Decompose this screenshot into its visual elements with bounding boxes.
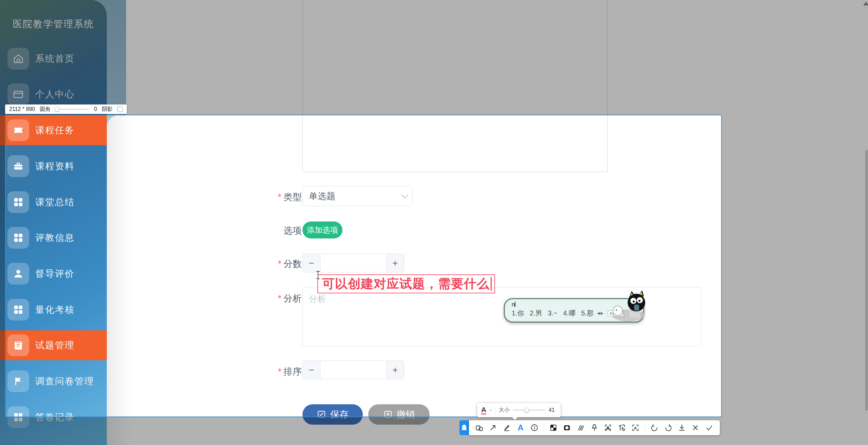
pin-tool[interactable] [590,423,599,432]
annotation-text-box[interactable]: 可以创建对应试题，需要什么 [317,274,495,293]
toolbar-tools: A1AA [469,420,720,435]
dim-overlay-bottom [0,417,868,445]
crop-scissors-tool[interactable] [604,423,612,432]
corner-radius-value: 0 [94,106,97,112]
divider [495,406,495,414]
svg-text:A: A [621,426,624,430]
slider-handle[interactable] [524,408,529,412]
ime-composition: n [512,301,515,308]
svg-text:1: 1 [533,425,535,430]
ocr-translate-tool[interactable]: A [617,423,626,432]
download-tool[interactable] [677,423,686,432]
cancel-tool[interactable] [691,423,700,432]
blur-tool[interactable] [576,423,585,432]
text-tool[interactable]: A [516,423,525,432]
dim-overlay-left [0,115,5,417]
step-number-tool[interactable]: 1 [530,423,539,432]
toolbar-divider [645,423,645,432]
shadow-label: 阴影 [102,106,113,113]
text-color-button[interactable]: A [481,406,486,414]
shapes-tool[interactable] [475,423,484,432]
bell-icon [461,424,467,431]
text-caret [491,277,492,291]
confirm-tool[interactable] [705,423,714,432]
capture-selection-border[interactable] [5,115,722,417]
corner-radius-slider[interactable] [55,109,89,110]
font-size-label: 大小 [499,407,510,414]
ime-caret [515,302,515,307]
slider-handle[interactable] [55,107,59,112]
annotation-toolbar: A1AA [459,420,720,435]
font-size-value: 41 [549,407,555,413]
shadow-checkbox[interactable] [117,107,123,112]
text-style-popover: A ˅ 大小 41 [477,403,561,417]
redo-tool[interactable] [664,423,673,432]
ime-candidates[interactable]: 1.你 2.男 3.~ 4.哪 5.那 [512,309,594,318]
color-chevron-icon: ˅ [490,408,492,412]
pencil-tool[interactable] [502,423,511,432]
font-size-slider[interactable] [513,409,545,411]
ime-page-arrows-icon[interactable]: ◀▶ [597,311,604,315]
spotlight-tool[interactable] [563,423,571,432]
annotation-text: 可以创建对应试题，需要什么 [322,275,490,292]
mosaic-tool[interactable] [549,423,558,432]
ibeam-cursor-icon [315,271,321,281]
capture-size-text: 2112 * 890 [9,106,35,112]
svg-text:A: A [634,426,637,430]
capture-size-bar: 2112 * 890 圆角 0 阴影 [5,104,127,114]
ime-mascot-cat-dog [609,290,647,324]
corner-radius-label: 圆角 [40,106,51,113]
snip-tab[interactable] [459,420,469,435]
arrow-tool[interactable] [489,423,497,432]
screen: 医院教学管理系统 系统首页 个人中心 课程任务 课程资料 课堂总结 评教信息 督… [0,0,868,445]
dim-overlay-right [722,115,868,417]
toolbar-divider [544,423,544,432]
ocr-area-tool[interactable]: A [631,423,640,432]
dim-overlay-top [0,0,868,115]
undo-tool[interactable] [650,423,659,432]
